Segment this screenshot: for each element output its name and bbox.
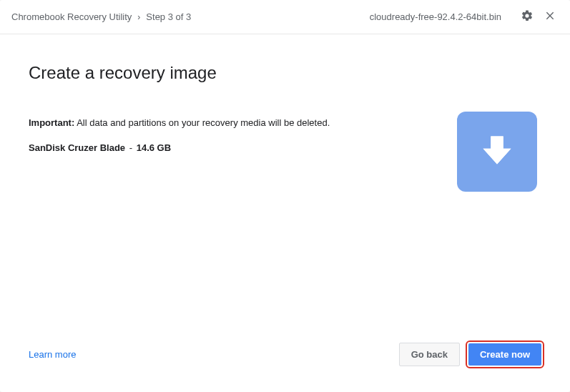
page-title: Create a recovery image [29,63,541,83]
dialog-window: Chromebook Recovery Utility › Step 3 of … [0,0,570,392]
create-now-button[interactable]: Create now [468,343,541,366]
app-title: Chromebook Recovery Utility [11,11,132,22]
step-indicator: Step 3 of 3 [146,11,191,22]
breadcrumb-chevron: › [137,12,140,22]
device-size: 14.6 GB [137,142,171,153]
text-column: Important: All data and partitions on yo… [29,117,457,153]
device-dash: - [127,142,135,153]
device-line: SanDisk Cruzer Blade - 14.6 GB [29,142,443,153]
settings-button[interactable] [519,9,536,26]
close-icon [544,10,556,24]
download-illustration [457,112,537,192]
body-row: Important: All data and partitions on yo… [29,117,541,192]
important-warning: Important: All data and partitions on yo… [29,117,443,128]
close-button[interactable] [541,9,559,26]
important-text: All data and partitions on your recovery… [74,117,330,128]
device-name: SanDisk Cruzer Blade [29,142,125,153]
gear-icon [521,9,534,24]
content-area: Create a recovery image Important: All d… [0,34,570,331]
important-label: Important: [29,117,74,128]
footer: Learn more Go back Create now [0,331,570,392]
download-arrow-icon [478,132,516,172]
titlebar: Chromebook Recovery Utility › Step 3 of … [0,0,570,34]
learn-more-link[interactable]: Learn more [29,349,76,360]
filename-label: cloudready-free-92.4.2-64bit.bin [370,11,501,22]
go-back-button[interactable]: Go back [399,343,460,366]
